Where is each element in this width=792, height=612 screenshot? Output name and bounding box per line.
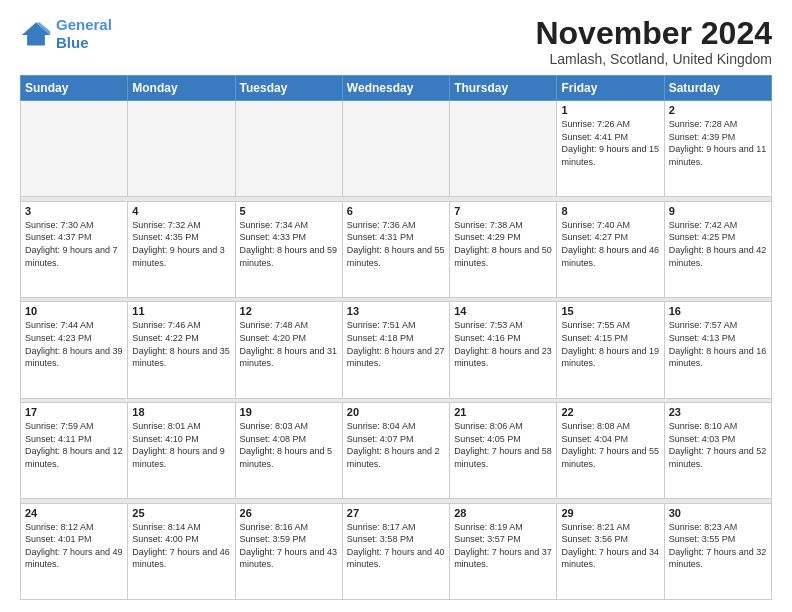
title-block: November 2024 Lamlash, Scotland, United … — [535, 16, 772, 67]
day-info: Sunrise: 8:04 AM Sunset: 4:07 PM Dayligh… — [347, 420, 445, 470]
day-number: 20 — [347, 406, 445, 418]
calendar-cell: 5Sunrise: 7:34 AM Sunset: 4:33 PM Daylig… — [235, 201, 342, 297]
calendar-cell: 20Sunrise: 8:04 AM Sunset: 4:07 PM Dayli… — [342, 403, 449, 499]
calendar-cell: 15Sunrise: 7:55 AM Sunset: 4:15 PM Dayli… — [557, 302, 664, 398]
calendar-cell: 8Sunrise: 7:40 AM Sunset: 4:27 PM Daylig… — [557, 201, 664, 297]
page: General Blue November 2024 Lamlash, Scot… — [0, 0, 792, 612]
calendar-cell: 13Sunrise: 7:51 AM Sunset: 4:18 PM Dayli… — [342, 302, 449, 398]
day-info: Sunrise: 7:38 AM Sunset: 4:29 PM Dayligh… — [454, 219, 552, 269]
day-info: Sunrise: 8:06 AM Sunset: 4:05 PM Dayligh… — [454, 420, 552, 470]
calendar-cell: 29Sunrise: 8:21 AM Sunset: 3:56 PM Dayli… — [557, 503, 664, 599]
day-number: 15 — [561, 305, 659, 317]
calendar-cell: 19Sunrise: 8:03 AM Sunset: 4:08 PM Dayli… — [235, 403, 342, 499]
day-number: 29 — [561, 507, 659, 519]
day-number: 27 — [347, 507, 445, 519]
calendar-cell: 12Sunrise: 7:48 AM Sunset: 4:20 PM Dayli… — [235, 302, 342, 398]
logo-icon — [20, 20, 52, 48]
day-number: 2 — [669, 104, 767, 116]
calendar-cell: 30Sunrise: 8:23 AM Sunset: 3:55 PM Dayli… — [664, 503, 771, 599]
weekday-header-thursday: Thursday — [450, 76, 557, 101]
day-number: 4 — [132, 205, 230, 217]
day-info: Sunrise: 7:59 AM Sunset: 4:11 PM Dayligh… — [25, 420, 123, 470]
day-info: Sunrise: 7:40 AM Sunset: 4:27 PM Dayligh… — [561, 219, 659, 269]
logo-blue: Blue — [56, 34, 89, 51]
header: General Blue November 2024 Lamlash, Scot… — [20, 16, 772, 67]
day-number: 22 — [561, 406, 659, 418]
calendar-cell: 22Sunrise: 8:08 AM Sunset: 4:04 PM Dayli… — [557, 403, 664, 499]
day-info: Sunrise: 8:01 AM Sunset: 4:10 PM Dayligh… — [132, 420, 230, 470]
week-row-2: 10Sunrise: 7:44 AM Sunset: 4:23 PM Dayli… — [21, 302, 772, 398]
calendar-cell: 4Sunrise: 7:32 AM Sunset: 4:35 PM Daylig… — [128, 201, 235, 297]
day-info: Sunrise: 7:46 AM Sunset: 4:22 PM Dayligh… — [132, 319, 230, 369]
day-number: 28 — [454, 507, 552, 519]
day-number: 1 — [561, 104, 659, 116]
week-row-1: 3Sunrise: 7:30 AM Sunset: 4:37 PM Daylig… — [21, 201, 772, 297]
day-info: Sunrise: 7:57 AM Sunset: 4:13 PM Dayligh… — [669, 319, 767, 369]
calendar-cell: 11Sunrise: 7:46 AM Sunset: 4:22 PM Dayli… — [128, 302, 235, 398]
calendar-cell: 3Sunrise: 7:30 AM Sunset: 4:37 PM Daylig… — [21, 201, 128, 297]
day-number: 21 — [454, 406, 552, 418]
weekday-header-tuesday: Tuesday — [235, 76, 342, 101]
day-number: 7 — [454, 205, 552, 217]
calendar-cell: 21Sunrise: 8:06 AM Sunset: 4:05 PM Dayli… — [450, 403, 557, 499]
weekday-header-saturday: Saturday — [664, 76, 771, 101]
day-number: 9 — [669, 205, 767, 217]
day-number: 14 — [454, 305, 552, 317]
calendar-cell: 16Sunrise: 7:57 AM Sunset: 4:13 PM Dayli… — [664, 302, 771, 398]
calendar-cell: 14Sunrise: 7:53 AM Sunset: 4:16 PM Dayli… — [450, 302, 557, 398]
day-number: 6 — [347, 205, 445, 217]
day-info: Sunrise: 7:34 AM Sunset: 4:33 PM Dayligh… — [240, 219, 338, 269]
calendar-cell: 27Sunrise: 8:17 AM Sunset: 3:58 PM Dayli… — [342, 503, 449, 599]
week-row-0: 1Sunrise: 7:26 AM Sunset: 4:41 PM Daylig… — [21, 101, 772, 197]
calendar-table: SundayMondayTuesdayWednesdayThursdayFrid… — [20, 75, 772, 600]
weekday-header-sunday: Sunday — [21, 76, 128, 101]
day-info: Sunrise: 8:08 AM Sunset: 4:04 PM Dayligh… — [561, 420, 659, 470]
day-info: Sunrise: 7:44 AM Sunset: 4:23 PM Dayligh… — [25, 319, 123, 369]
calendar-cell — [342, 101, 449, 197]
calendar-cell — [21, 101, 128, 197]
location: Lamlash, Scotland, United Kingdom — [535, 51, 772, 67]
day-number: 10 — [25, 305, 123, 317]
day-info: Sunrise: 8:14 AM Sunset: 4:00 PM Dayligh… — [132, 521, 230, 571]
day-info: Sunrise: 8:12 AM Sunset: 4:01 PM Dayligh… — [25, 521, 123, 571]
logo-text: General Blue — [56, 16, 112, 52]
day-number: 23 — [669, 406, 767, 418]
day-info: Sunrise: 7:30 AM Sunset: 4:37 PM Dayligh… — [25, 219, 123, 269]
calendar-cell: 17Sunrise: 7:59 AM Sunset: 4:11 PM Dayli… — [21, 403, 128, 499]
calendar-cell: 6Sunrise: 7:36 AM Sunset: 4:31 PM Daylig… — [342, 201, 449, 297]
day-info: Sunrise: 7:26 AM Sunset: 4:41 PM Dayligh… — [561, 118, 659, 168]
day-info: Sunrise: 7:36 AM Sunset: 4:31 PM Dayligh… — [347, 219, 445, 269]
week-row-4: 24Sunrise: 8:12 AM Sunset: 4:01 PM Dayli… — [21, 503, 772, 599]
calendar-cell: 9Sunrise: 7:42 AM Sunset: 4:25 PM Daylig… — [664, 201, 771, 297]
calendar-cell: 25Sunrise: 8:14 AM Sunset: 4:00 PM Dayli… — [128, 503, 235, 599]
calendar-cell: 7Sunrise: 7:38 AM Sunset: 4:29 PM Daylig… — [450, 201, 557, 297]
calendar-cell: 23Sunrise: 8:10 AM Sunset: 4:03 PM Dayli… — [664, 403, 771, 499]
day-number: 3 — [25, 205, 123, 217]
weekday-header-friday: Friday — [557, 76, 664, 101]
day-number: 25 — [132, 507, 230, 519]
day-info: Sunrise: 7:51 AM Sunset: 4:18 PM Dayligh… — [347, 319, 445, 369]
day-info: Sunrise: 8:17 AM Sunset: 3:58 PM Dayligh… — [347, 521, 445, 571]
day-number: 26 — [240, 507, 338, 519]
week-row-3: 17Sunrise: 7:59 AM Sunset: 4:11 PM Dayli… — [21, 403, 772, 499]
day-info: Sunrise: 8:19 AM Sunset: 3:57 PM Dayligh… — [454, 521, 552, 571]
calendar-cell: 1Sunrise: 7:26 AM Sunset: 4:41 PM Daylig… — [557, 101, 664, 197]
calendar-cell — [235, 101, 342, 197]
day-number: 8 — [561, 205, 659, 217]
month-title: November 2024 — [535, 16, 772, 51]
day-number: 18 — [132, 406, 230, 418]
calendar-cell — [128, 101, 235, 197]
weekday-header-monday: Monday — [128, 76, 235, 101]
calendar-cell: 10Sunrise: 7:44 AM Sunset: 4:23 PM Dayli… — [21, 302, 128, 398]
day-number: 17 — [25, 406, 123, 418]
day-info: Sunrise: 7:53 AM Sunset: 4:16 PM Dayligh… — [454, 319, 552, 369]
day-info: Sunrise: 7:32 AM Sunset: 4:35 PM Dayligh… — [132, 219, 230, 269]
day-info: Sunrise: 8:23 AM Sunset: 3:55 PM Dayligh… — [669, 521, 767, 571]
day-number: 5 — [240, 205, 338, 217]
day-info: Sunrise: 8:10 AM Sunset: 4:03 PM Dayligh… — [669, 420, 767, 470]
logo: General Blue — [20, 16, 112, 52]
day-info: Sunrise: 7:48 AM Sunset: 4:20 PM Dayligh… — [240, 319, 338, 369]
calendar-cell: 2Sunrise: 7:28 AM Sunset: 4:39 PM Daylig… — [664, 101, 771, 197]
day-info: Sunrise: 8:16 AM Sunset: 3:59 PM Dayligh… — [240, 521, 338, 571]
day-number: 11 — [132, 305, 230, 317]
